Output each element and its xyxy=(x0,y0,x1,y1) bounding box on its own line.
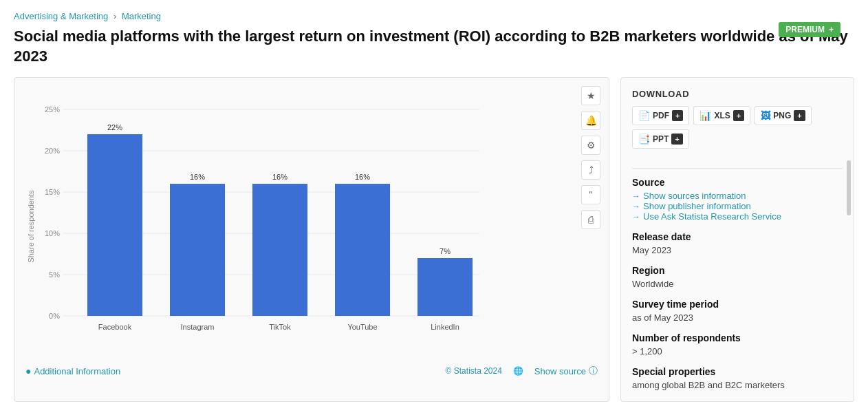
source-title: Source xyxy=(632,177,843,188)
arrow-icon-3: → xyxy=(632,212,640,222)
download-section: DOWNLOAD 📄 PDF + 📊 XLS + 🖼 PNG xyxy=(632,89,843,149)
chart-toolbar: ★ 🔔 ⚙ ⤴ " ⎙ xyxy=(581,86,600,229)
svg-text:22%: 22% xyxy=(107,123,122,131)
star-icon: ★ xyxy=(587,90,596,101)
xls-plus: + xyxy=(733,110,744,121)
alert-button[interactable]: 🔔 xyxy=(581,111,600,130)
divider-1 xyxy=(632,168,843,169)
show-publisher-link[interactable]: → Show publisher information xyxy=(632,201,843,211)
star-button[interactable]: ★ xyxy=(581,86,600,105)
pdf-download-button[interactable]: 📄 PDF + xyxy=(632,106,689,125)
special-properties-title: Special properties xyxy=(632,366,843,377)
source-block: Source → Show sources information → Show… xyxy=(632,177,843,222)
pdf-label: PDF xyxy=(653,111,669,120)
respondents-value: > 1,200 xyxy=(632,346,843,357)
svg-text:15%: 15% xyxy=(45,188,60,196)
scrollbar[interactable] xyxy=(847,160,851,215)
respondents-block: Number of respondents > 1,200 xyxy=(632,332,843,357)
release-date-value: May 2023 xyxy=(632,245,843,255)
svg-text:10%: 10% xyxy=(45,229,60,237)
download-title: DOWNLOAD xyxy=(632,89,843,99)
breadcrumb-advertising[interactable]: Advertising & Marketing xyxy=(14,11,108,21)
svg-text:5%: 5% xyxy=(49,270,60,279)
respondents-title: Number of respondents xyxy=(632,332,843,343)
breadcrumb-separator: › xyxy=(113,11,116,21)
additional-info-label[interactable]: Additional Information xyxy=(34,366,120,376)
xls-download-button[interactable]: 📊 XLS + xyxy=(693,106,750,125)
png-icon: 🖼 xyxy=(761,110,770,121)
svg-text:20%: 20% xyxy=(45,147,60,155)
region-block: Region Worldwide xyxy=(632,265,843,289)
svg-text:LinkedIn: LinkedIn xyxy=(431,323,459,331)
svg-text:Instagram: Instagram xyxy=(181,323,215,331)
arrow-icon-1: → xyxy=(632,191,640,201)
show-publisher-label: Show publisher information xyxy=(643,201,751,211)
premium-label: PREMIUM xyxy=(785,25,825,34)
premium-badge[interactable]: PREMIUM + xyxy=(779,22,840,37)
svg-text:25%: 25% xyxy=(45,105,60,114)
show-sources-label: Show sources information xyxy=(643,191,746,201)
pdf-icon: 📄 xyxy=(638,110,650,121)
show-source-link[interactable]: Show source ⓘ xyxy=(534,365,598,377)
premium-plus-icon: + xyxy=(829,25,834,34)
gear-icon: ⚙ xyxy=(587,140,596,151)
arrow-icon-2: → xyxy=(632,202,640,211)
png-plus: + xyxy=(794,110,805,121)
ppt-download-button[interactable]: 📑 PPT + xyxy=(632,129,689,149)
settings-button[interactable]: ⚙ xyxy=(581,136,600,155)
svg-text:16%: 16% xyxy=(272,173,287,181)
quote-icon: " xyxy=(589,189,593,200)
ppt-icon: 📑 xyxy=(638,134,650,145)
survey-period-value: as of May 2023 xyxy=(632,312,843,323)
bell-icon: 🔔 xyxy=(585,115,597,126)
show-source-label: Show source xyxy=(534,366,586,376)
share-icon: ⤴ xyxy=(589,164,594,176)
xls-label: XLS xyxy=(714,111,730,120)
use-service-link[interactable]: → Use Ask Statista Research Service xyxy=(632,211,843,222)
region-value: Worldwide xyxy=(632,279,843,289)
survey-period-block: Survey time period as of May 2023 xyxy=(632,299,843,323)
svg-text:0%: 0% xyxy=(49,312,60,320)
print-button[interactable]: ⎙ xyxy=(581,210,600,229)
info-icon: ⓘ xyxy=(589,365,598,377)
ppt-label: PPT xyxy=(653,134,669,144)
svg-rect-16 xyxy=(170,184,225,316)
svg-text:16%: 16% xyxy=(190,173,205,181)
region-title: Region xyxy=(632,265,843,276)
svg-rect-22 xyxy=(335,184,390,316)
chart-container: ★ 🔔 ⚙ ⤴ " ⎙ xyxy=(14,77,609,402)
use-service-label: Use Ask Statista Research Service xyxy=(643,211,781,222)
svg-text:Share of respondents: Share of respondents xyxy=(27,190,35,263)
breadcrumb: Advertising & Marketing › Marketing xyxy=(14,11,854,21)
page-title: Social media platforms with the largest … xyxy=(14,27,854,66)
share-button[interactable]: ⤴ xyxy=(581,160,600,180)
svg-rect-25 xyxy=(417,258,473,316)
statista-credit: © Statista 2024 xyxy=(446,366,502,376)
download-buttons: 📄 PDF + 📊 XLS + 🖼 PNG + xyxy=(632,106,843,149)
release-date-title: Release date xyxy=(632,231,843,242)
printer-icon: ⎙ xyxy=(588,214,594,225)
chart-footer: ● Additional Information © Statista 2024… xyxy=(25,365,598,377)
special-properties-value: among global B2B and B2C marketers xyxy=(632,380,843,390)
svg-rect-19 xyxy=(252,184,307,316)
show-sources-link[interactable]: → Show sources information xyxy=(632,191,843,201)
xls-icon: 📊 xyxy=(699,110,711,121)
additional-info-link[interactable]: ● Additional Information xyxy=(25,365,120,376)
svg-text:7%: 7% xyxy=(440,247,451,255)
pdf-plus: + xyxy=(672,110,683,121)
svg-text:16%: 16% xyxy=(355,173,370,181)
survey-period-title: Survey time period xyxy=(632,299,843,310)
png-download-button[interactable]: 🖼 PNG + xyxy=(755,106,811,125)
breadcrumb-marketing[interactable]: Marketing xyxy=(122,11,161,21)
svg-text:TikTok: TikTok xyxy=(269,323,291,331)
svg-text:YouTube: YouTube xyxy=(347,323,377,331)
info-section: Source → Show sources information → Show… xyxy=(632,177,843,390)
special-properties-block: Special properties among global B2B and … xyxy=(632,366,843,390)
ppt-plus: + xyxy=(671,134,682,145)
svg-rect-13 xyxy=(87,134,142,316)
png-label: PNG xyxy=(773,111,791,120)
right-panel: DOWNLOAD 📄 PDF + 📊 XLS + 🖼 PNG xyxy=(620,77,854,402)
release-date-block: Release date May 2023 xyxy=(632,231,843,255)
cite-button[interactable]: " xyxy=(581,185,600,204)
svg-text:Facebook: Facebook xyxy=(98,323,132,331)
